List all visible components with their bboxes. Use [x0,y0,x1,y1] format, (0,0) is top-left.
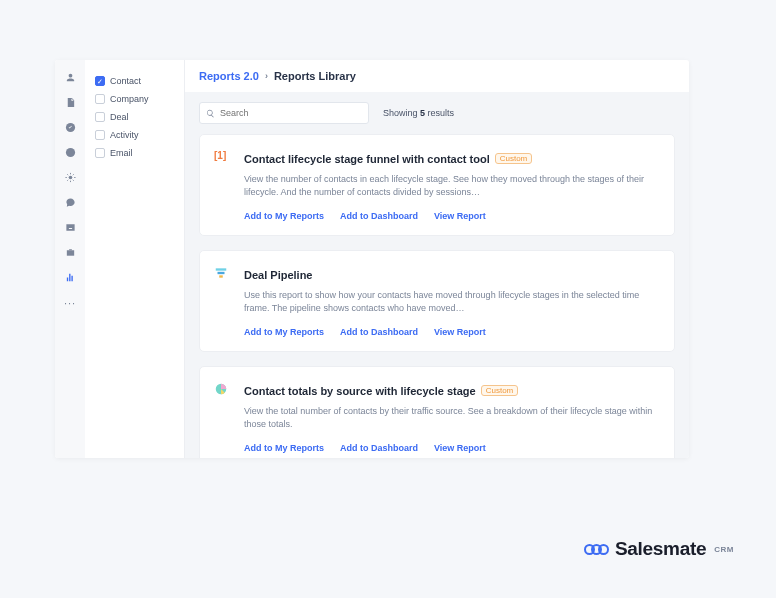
breadcrumb: Reports 2.0 › Reports Library [199,70,675,82]
add-to-dashboard-link[interactable]: Add to Dashboard [340,443,418,453]
report-description: View the total number of contacts by the… [244,405,660,431]
svg-rect-5 [219,275,223,277]
view-report-link[interactable]: View Report [434,443,486,453]
brand-name: Salesmate [615,538,706,560]
filter-item-company[interactable]: Company [93,90,176,108]
chevron-right-icon: › [265,71,268,81]
svg-point-2 [68,176,72,180]
number-one-icon: [1] [214,150,232,161]
report-actions: Add to My ReportsAdd to DashboardView Re… [244,443,660,453]
add-to-my-reports-link[interactable]: Add to My Reports [244,211,324,221]
svg-rect-4 [218,272,225,274]
main-panel: Reports 2.0 › Reports Library Showing 5 … [185,60,689,458]
report-title: Contact totals by source with lifecycle … [244,385,476,397]
add-to-dashboard-link[interactable]: Add to Dashboard [340,327,418,337]
nav-briefcase-icon[interactable] [65,247,76,258]
breadcrumb-link[interactable]: Reports 2.0 [199,70,259,82]
nav-inbox-icon[interactable] [65,222,76,233]
nav-settings-icon[interactable] [65,172,76,183]
view-report-link[interactable]: View Report [434,211,486,221]
nav-contacts-icon[interactable] [65,72,76,83]
checkbox-icon[interactable] [95,112,105,122]
nav-more-icon[interactable]: ··· [64,297,76,309]
brand-suffix: CRM [714,545,734,554]
breadcrumb-bar: Reports 2.0 › Reports Library [185,60,689,92]
app-window: ··· ContactCompanyDealActivityEmail Repo… [55,60,689,458]
filters-sidebar: ContactCompanyDealActivityEmail [85,60,185,458]
nav-check-icon[interactable] [65,122,76,133]
custom-badge: Custom [481,385,519,396]
report-actions: Add to My ReportsAdd to DashboardView Re… [244,327,660,337]
report-description: View the number of contacts in each life… [244,173,660,199]
report-title: Contact lifecycle stage funnel with cont… [244,153,490,165]
custom-badge: Custom [495,153,533,164]
report-title: Deal Pipeline [244,269,312,281]
nav-reports-icon[interactable] [65,272,76,283]
filter-label: Deal [110,112,129,122]
results-count: Showing 5 results [383,108,454,118]
filter-item-deal[interactable]: Deal [93,108,176,126]
add-to-my-reports-link[interactable]: Add to My Reports [244,327,324,337]
checkbox-icon[interactable] [95,94,105,104]
add-to-my-reports-link[interactable]: Add to My Reports [244,443,324,453]
pie-icon [214,382,228,396]
search-box[interactable] [199,102,369,124]
filter-item-contact[interactable]: Contact [93,72,176,90]
nav-rail: ··· [55,60,85,458]
nav-notes-icon[interactable] [65,97,76,108]
brand-logo: Salesmate CRM [584,538,734,560]
filter-label: Company [110,94,149,104]
view-report-link[interactable]: View Report [434,327,486,337]
toolbar: Showing 5 results [185,92,689,134]
report-card: Deal PipelineUse this report to show how… [199,250,675,352]
filter-item-activity[interactable]: Activity [93,126,176,144]
breadcrumb-current: Reports Library [274,70,356,82]
search-icon [206,109,215,118]
checkbox-icon[interactable] [95,76,105,86]
checkbox-icon[interactable] [95,148,105,158]
filter-item-email[interactable]: Email [93,144,176,162]
add-to-dashboard-link[interactable]: Add to Dashboard [340,211,418,221]
report-description: Use this report to show how your contact… [244,289,660,315]
report-card: [1]Contact lifecycle stage funnel with c… [199,134,675,236]
report-card: Contact totals by source with lifecycle … [199,366,675,458]
filter-label: Contact [110,76,141,86]
svg-point-1 [65,148,74,157]
nav-chat-icon[interactable] [65,197,76,208]
funnel-icon [214,266,228,280]
report-list: [1]Contact lifecycle stage funnel with c… [185,134,689,458]
nav-info-icon[interactable] [65,147,76,158]
report-actions: Add to My ReportsAdd to DashboardView Re… [244,211,660,221]
brand-mark-icon [584,544,609,555]
filter-label: Activity [110,130,139,140]
search-input[interactable] [220,108,362,118]
svg-rect-3 [216,268,227,270]
filter-label: Email [110,148,133,158]
checkbox-icon[interactable] [95,130,105,140]
